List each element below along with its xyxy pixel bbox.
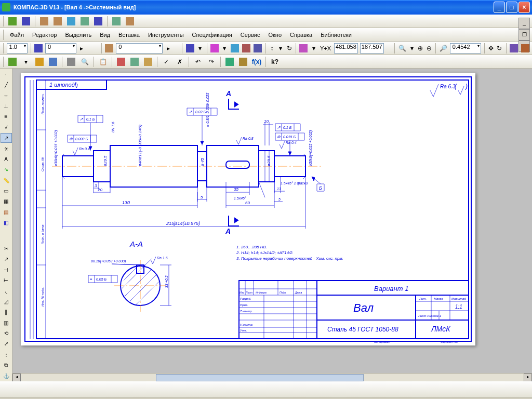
copy-button[interactable] xyxy=(129,56,140,68)
tool-join[interactable]: ⊢ xyxy=(1,275,12,285)
btn-layer-prev[interactable] xyxy=(34,43,43,54)
menu-spec[interactable]: Спецификация xyxy=(189,31,235,39)
vars-button[interactable] xyxy=(237,56,249,68)
tool-measure[interactable]: 📏 xyxy=(1,176,12,185)
tool-a[interactable]: A xyxy=(1,154,12,164)
zoom-in-icon[interactable]: ⊕ xyxy=(417,43,424,54)
scroll-right-button[interactable]: ▸ xyxy=(524,374,532,381)
btn-layer-next[interactable]: ▸ xyxy=(78,43,85,54)
tool-aux[interactable]: ∿ xyxy=(1,165,12,175)
mdi-btn-4[interactable] xyxy=(52,16,63,27)
mdi-restore-button[interactable]: ❐ xyxy=(518,29,530,41)
layer-index-combo[interactable]: 0 xyxy=(45,43,76,54)
scroll-left-button[interactable]: ◂ xyxy=(12,374,21,381)
mdi-btn-8[interactable] xyxy=(111,16,122,27)
print-button[interactable] xyxy=(65,56,77,68)
tool-dim[interactable]: ↔ xyxy=(1,91,12,100)
tool-spec[interactable]: ▦ xyxy=(1,197,12,206)
tool-array[interactable]: ⋮ xyxy=(1,350,12,359)
zoom-fit[interactable]: 🔍 xyxy=(398,43,407,54)
snap-3[interactable] xyxy=(242,43,251,54)
scale-combo[interactable]: 1.0 xyxy=(7,43,28,54)
menu-select[interactable]: Выделить xyxy=(62,31,95,39)
menu-help[interactable]: Справка xyxy=(287,31,315,39)
mdi-minimize-button[interactable]: _ xyxy=(518,18,530,29)
tool-report[interactable]: ▤ xyxy=(1,207,12,217)
save-button[interactable] xyxy=(47,56,59,68)
ortho-dd[interactable]: ▾ xyxy=(277,43,284,54)
tool-rough[interactable]: √ xyxy=(1,123,12,132)
format-button[interactable]: ✓ xyxy=(161,56,172,68)
tool-anchor[interactable]: ⚓ xyxy=(1,371,12,380)
mdi-btn-9[interactable] xyxy=(124,16,136,27)
scroll-thumb[interactable] xyxy=(156,374,364,381)
tool-chamfer[interactable]: ◿ xyxy=(1,297,12,306)
zoom-window[interactable]: 🔎 xyxy=(439,43,448,54)
tool-copy2[interactable]: ⧉ xyxy=(1,360,12,369)
lib-mgr-button[interactable] xyxy=(224,56,235,68)
paste-button[interactable] xyxy=(142,56,154,68)
mdi-btn-5[interactable] xyxy=(65,16,77,27)
grid-toggle[interactable] xyxy=(185,43,195,54)
tool-point[interactable]: · xyxy=(1,70,12,79)
tool-line[interactable]: ╱ xyxy=(1,80,12,89)
menu-editor[interactable]: Редактор xyxy=(29,31,60,39)
open-button[interactable] xyxy=(34,56,45,68)
zoom-out-icon[interactable]: ⊖ xyxy=(426,43,433,54)
cut-button[interactable] xyxy=(115,56,127,68)
rebuild-btn[interactable] xyxy=(521,43,530,54)
tool-scale[interactable]: ⤢ xyxy=(1,339,12,349)
menu-service[interactable]: Сервис xyxy=(237,31,263,39)
tool-fillet[interactable]: ◟ xyxy=(1,286,12,296)
close-button[interactable]: × xyxy=(518,2,530,13)
tool-offset[interactable]: ∥ xyxy=(1,308,12,317)
local-cs[interactable] xyxy=(299,43,308,54)
snap-2[interactable] xyxy=(230,43,240,54)
zoom-fit-dd[interactable]: ▾ xyxy=(409,43,416,54)
tool-extend[interactable]: ↗ xyxy=(1,255,12,264)
tool-mirror[interactable]: ▥ xyxy=(1,318,12,327)
tool-param[interactable]: ⚹ xyxy=(1,144,12,153)
ortho-toggle[interactable]: ↕ xyxy=(269,43,275,54)
tool-transform[interactable]: ⟲ xyxy=(1,328,12,338)
maximize-button[interactable]: □ xyxy=(506,2,517,13)
tool-tang[interactable]: ⊥ xyxy=(1,101,12,111)
tool-trim[interactable]: ✂ xyxy=(1,244,12,253)
redo-button[interactable]: ↷ xyxy=(206,56,217,68)
snap-1[interactable] xyxy=(210,43,219,54)
drawing-sheet[interactable]: 1 шноподђ Ra 6.3 ( ) А А xyxy=(21,73,475,345)
btn-layers[interactable] xyxy=(104,43,114,54)
menu-insert[interactable]: Вставка xyxy=(115,31,143,39)
horizontal-scrollbar[interactable]: ◂ ▸ xyxy=(12,373,532,381)
minimize-button[interactable]: _ xyxy=(494,2,505,13)
grid-dropdown[interactable]: ▾ xyxy=(197,43,204,54)
mdi-btn-6[interactable] xyxy=(79,16,90,27)
mdi-btn-7[interactable] xyxy=(92,16,104,27)
refresh-btn[interactable] xyxy=(509,43,518,54)
coord-y-field[interactable]: 187.507 xyxy=(360,43,384,54)
local-cs-dd[interactable]: ▾ xyxy=(310,43,317,54)
zoom-combo[interactable]: 0.4542 xyxy=(450,43,481,54)
undo-button[interactable]: ↶ xyxy=(192,56,204,68)
tool-select[interactable]: ▭ xyxy=(1,186,12,195)
coord-x-field[interactable]: 481.058 xyxy=(334,43,358,54)
mdi-btn-2[interactable] xyxy=(20,16,32,27)
new-button[interactable] xyxy=(7,56,18,68)
tool-chain[interactable]: ≡ xyxy=(1,112,12,122)
menu-libs[interactable]: Библиотеки xyxy=(317,31,355,39)
snap-1-dd[interactable]: ▾ xyxy=(221,43,228,54)
help-button[interactable]: k? xyxy=(269,56,281,68)
menu-window[interactable]: Окно xyxy=(265,31,285,39)
layer-combo[interactable]: 0 xyxy=(116,43,163,54)
menu-view[interactable]: Вид xyxy=(97,31,113,39)
round-toggle[interactable]: ↻ xyxy=(286,43,292,54)
tool-edit[interactable]: ↗ xyxy=(1,133,12,143)
pan-btn[interactable]: ✥ xyxy=(487,43,494,54)
mdi-btn-3[interactable] xyxy=(38,16,50,27)
new-dd[interactable]: ▾ xyxy=(20,56,32,68)
menu-tools[interactable]: Инструменты xyxy=(145,31,187,39)
rotate-btn[interactable]: ↻ xyxy=(496,43,503,54)
props-button[interactable]: 📋 xyxy=(97,56,109,68)
menu-file[interactable]: Файл xyxy=(7,31,27,39)
snap-4[interactable] xyxy=(253,43,262,54)
